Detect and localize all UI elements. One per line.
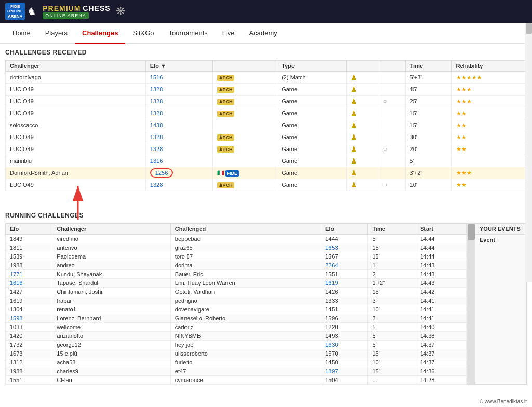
time-cell: 3'+2" (405, 167, 451, 179)
elo-cell: 1328 (145, 143, 212, 155)
premium-label: PREMIUM (43, 4, 81, 12)
circle-cell (379, 107, 405, 119)
run-challenged-cell: Goteti, Vardhan (170, 288, 321, 296)
run-elo1-cell: 1304 (6, 305, 52, 314)
annotation-area (31, 191, 527, 233)
col-elo[interactable]: Elo ▼ (145, 61, 212, 72)
run-time-cell: 1'+2" (368, 279, 416, 288)
chess-knight-icon: ♞ (27, 5, 36, 18)
run-time-cell: 10' (368, 358, 416, 367)
nav-academy[interactable]: Academy (242, 23, 285, 44)
circle-cell (379, 84, 405, 96)
run-challenged-cell: pedrigno (170, 296, 321, 305)
run-start-cell: 14:43 (416, 279, 466, 288)
run-time-cell: 10' (368, 305, 416, 314)
run-start-cell: 14:38 (416, 332, 466, 341)
elo-cell: 1316 (145, 155, 212, 167)
running-challenges-table: Elo Challenger Challenged Elo Time Start… (5, 223, 467, 385)
run-challenger-cell: Chintamani, Joshi (52, 288, 171, 296)
run-challenger-cell: 15 e più (52, 349, 171, 358)
nav-home[interactable]: Home (5, 23, 38, 44)
run-elo1-cell: 1673 (6, 349, 52, 358)
run-challenged-cell: beppebad (170, 235, 321, 243)
run-elo2-cell: 1596 (321, 314, 368, 323)
time-cell: 25' (405, 96, 451, 107)
run-challenger-cell: acha58 (52, 358, 171, 367)
stars-cell: ★★★ (451, 96, 526, 107)
run-challenged-cell: et47 (170, 367, 321, 376)
nav-live[interactable]: Live (215, 23, 242, 44)
circle-cell: ○ (379, 96, 405, 107)
main-nav: Home Players Challenges Sit&Go Tournamen… (0, 23, 532, 44)
run-elo2-cell: 2264 (321, 261, 368, 270)
run-challenged-cell: NIKYBMB (170, 332, 321, 341)
badge-cell: ♟PCH (212, 72, 277, 84)
stars-cell: ★★★ (451, 167, 526, 179)
run-challenger-cell: Tapase, Shardul (52, 279, 171, 288)
run-challenger-cell: frapar (52, 296, 171, 305)
elo-cell: 1328 (145, 96, 212, 107)
your-events-panel: YOUR EVENTS Event (475, 223, 527, 385)
icon-cell: ♟ (347, 179, 379, 191)
run-challenged-cell: Bauer, Eric (170, 270, 321, 279)
run-challenger-cell: Kundu, Shayanak (52, 270, 171, 279)
nav-sitgo[interactable]: Sit&Go (125, 23, 161, 44)
badge-cell: ♟PCH (212, 131, 277, 143)
run-challenger-cell: anterivo (52, 243, 171, 252)
col-time: Time (405, 61, 451, 72)
stars-cell (451, 155, 526, 167)
stars-cell: ★★ (451, 107, 526, 119)
running-section-layout: Elo Challenger Challenged Elo Time Start… (5, 223, 527, 385)
badge-cell: ♟PCH (212, 96, 277, 107)
scrollbar-thumb[interactable] (526, 23, 532, 34)
nav-tournaments[interactable]: Tournaments (162, 23, 215, 44)
circle-cell (379, 72, 405, 84)
run-time-cell: 15' (368, 243, 416, 252)
stars-cell: ★★ (451, 143, 526, 155)
nav-challenges[interactable]: Challenges (75, 23, 125, 44)
run-elo2-cell: 1450 (321, 358, 368, 367)
challenger-cell: LUCIO49 (6, 107, 146, 119)
page-scrollbar[interactable] (525, 23, 532, 282)
elo-cell: 1438 (145, 119, 212, 131)
run-time-cell: 3' (368, 314, 416, 323)
circle-cell (379, 119, 405, 131)
challenger-cell: LUCIO49 (6, 84, 146, 96)
badge-cell: ♟PCH (212, 84, 277, 96)
run-elo1-cell: 1988 (6, 367, 52, 376)
col-challenger: Challenger (6, 61, 146, 72)
run-start-cell: 14:28 (416, 376, 466, 385)
run-start-cell: 14:41 (416, 305, 466, 314)
run-challenged-cell: graz65 (170, 243, 321, 252)
run-challenged-cell: furietto (170, 358, 321, 367)
run-elo1-cell: 1598 (6, 314, 52, 323)
icon-cell: ♟ (347, 143, 379, 155)
run-elo2-cell: 1630 (321, 341, 368, 349)
run-start-cell: 14:37 (416, 358, 466, 367)
nav-players[interactable]: Players (38, 23, 75, 44)
challenges-received-title: CHALLENGES RECEIVED (5, 49, 527, 56)
chess-label: CHESS (83, 4, 110, 12)
time-cell: 10' (405, 179, 451, 191)
type-cell: Game (277, 167, 347, 179)
col-icon1 (347, 61, 379, 72)
run-challenger-cell: Paolodema (52, 252, 171, 261)
circle-cell: ○ (379, 143, 405, 155)
icon-cell: ♟ (347, 84, 379, 96)
run-start-cell: 14:44 (416, 243, 466, 252)
col-icon2 (379, 61, 405, 72)
red-arrow-annotation (62, 181, 114, 222)
type-cell: Game (277, 96, 347, 107)
run-challenger-cell: anzianotto (52, 332, 171, 341)
run-challenged-cell: cymaronce (170, 376, 321, 385)
run-time-cell: 15' (368, 367, 416, 376)
stars-cell: ★★ (451, 179, 526, 191)
badge-cell (212, 155, 277, 167)
run-challenged-cell: Gianesello, Roberto (170, 314, 321, 323)
challenger-cell: soloscacco (6, 119, 146, 131)
circle-cell (379, 155, 405, 167)
running-scrollbar[interactable] (467, 223, 475, 385)
elo-cell: 1328 (145, 131, 212, 143)
run-challenger-cell: charles9 (52, 367, 171, 376)
run-start-cell: 14:43 (416, 261, 466, 270)
